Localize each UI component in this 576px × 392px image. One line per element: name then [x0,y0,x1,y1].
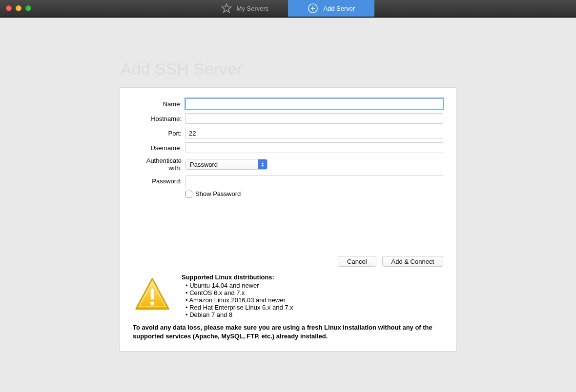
svg-marker-0 [222,4,230,12]
tab-label: My Servers [237,5,269,12]
distro-list: Ubuntu 14.04 and newer CentOS 6.x and 7.… [182,282,443,318]
distro-title: Supported Linux distributions: [182,274,443,281]
page-title: Add SSH Server [120,59,456,78]
tab-bar: My Servers Add Server [202,0,375,17]
list-item: Ubuntu 14.04 and newer [185,282,443,289]
cancel-button[interactable]: Cancel [338,256,376,267]
main-window: My Servers Add Server Add SSH Server Nam… [0,0,576,392]
minimize-window-button[interactable] [16,5,21,11]
titlebar: My Servers Add Server [0,0,576,18]
plus-circle-icon [308,3,318,14]
authenticate-select-wrap: Password [185,159,267,170]
authenticate-select[interactable]: Password [185,159,267,170]
row-show-password: Show Password [185,190,443,197]
button-row: Cancel Add & Connect [133,256,443,267]
row-password: Password: [133,176,443,186]
name-input[interactable] [185,98,443,109]
row-name: Name: [133,98,443,109]
row-authenticate: Authenticate with: Password [133,157,443,172]
show-password-label: Show Password [195,190,241,197]
add-connect-button[interactable]: Add & Connect [382,256,443,267]
window-controls [0,5,31,11]
tab-my-servers[interactable]: My Servers [202,0,288,17]
list-item: CentOS 6.x and 7.x [185,289,443,296]
password-input[interactable] [185,176,443,186]
name-label: Name: [133,100,185,108]
info-section: Supported Linux distributions: Ubuntu 14… [133,274,443,318]
distro-block: Supported Linux distributions: Ubuntu 14… [182,274,443,318]
list-item: Red Hat Enterprise Linux 6.x and 7.x [185,304,443,311]
row-hostname: Hostname: [133,113,443,124]
hostname-input[interactable] [185,113,443,124]
port-label: Port: [133,130,185,137]
svg-rect-6 [151,289,154,299]
list-item: Amazon Linux 2016.03 and newer [185,296,443,304]
password-label: Password: [133,177,185,185]
tab-add-server[interactable]: Add Server [288,0,374,17]
form-panel: Name: Hostname: Port: Username: Authenti… [120,87,456,352]
svg-point-7 [150,302,154,306]
username-input[interactable] [185,142,443,153]
row-port: Port: [133,128,443,138]
port-input[interactable] [185,128,443,138]
close-window-button[interactable] [6,5,12,11]
spacer [133,197,443,256]
show-password-checkbox[interactable] [185,191,192,197]
tab-label: Add Server [323,5,355,12]
content-area: Add SSH Server Name: Hostname: Port: Use… [0,18,576,392]
list-item: Debian 7 and 8 [185,311,443,318]
warning-text: To avoid any data loss, please make sure… [133,323,443,340]
authenticate-label: Authenticate with: [133,157,185,172]
hostname-label: Hostname: [133,115,185,122]
username-label: Username: [133,144,185,152]
maximize-window-button[interactable] [25,5,31,11]
star-icon [221,3,232,14]
row-username: Username: [133,142,443,153]
warning-icon [133,275,172,314]
